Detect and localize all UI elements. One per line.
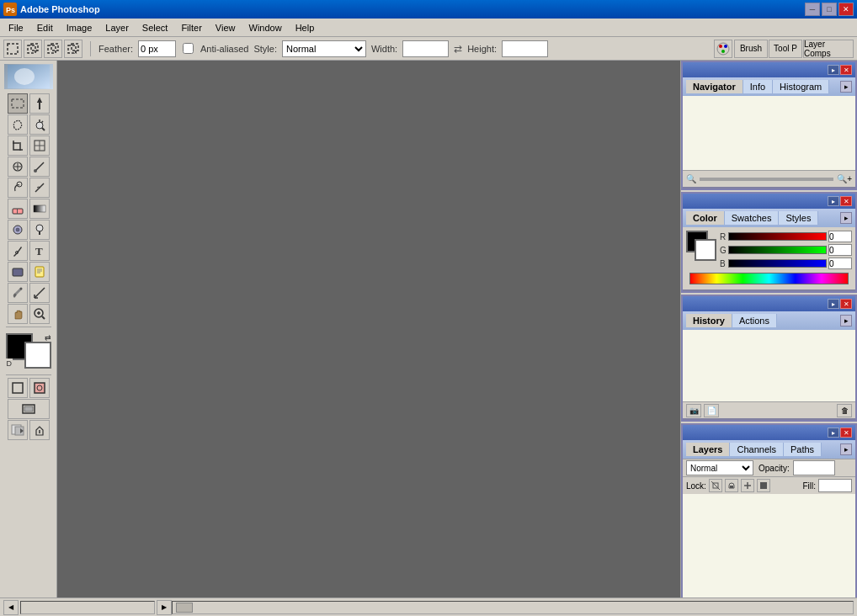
menu-file[interactable]: File [2, 21, 30, 35]
slice-tool[interactable] [29, 135, 50, 156]
swap-colors-icon[interactable]: ⇄ [45, 333, 51, 342]
intersect-selection-btn[interactable]: x [64, 40, 83, 58]
dodge-tool[interactable] [29, 220, 50, 240]
menu-filter[interactable]: Filter [174, 21, 208, 35]
history-panel-close-btn[interactable]: ✕ [840, 299, 852, 309]
standard-mode-btn[interactable] [8, 378, 28, 398]
tab-paths[interactable]: Paths [784, 443, 822, 456]
tab-history[interactable]: History [686, 314, 732, 327]
menu-layer[interactable]: Layer [98, 21, 136, 35]
swap-dimensions-icon[interactable]: ⇄ [454, 43, 462, 55]
move-tool[interactable] [29, 93, 50, 114]
delete-history-btn[interactable]: 🗑 [837, 404, 852, 417]
opacity-input[interactable] [793, 460, 835, 475]
layer-comps-tab[interactable]: Layer Comps [803, 40, 854, 58]
r-slider[interactable] [728, 232, 827, 241]
brush-tool[interactable] [29, 157, 50, 177]
tab-swatches[interactable]: Swatches [725, 211, 780, 225]
background-color[interactable] [24, 342, 51, 369]
lock-all-btn[interactable] [757, 479, 770, 492]
tab-navigator[interactable]: Navigator [686, 80, 743, 93]
palette-btn[interactable] [714, 40, 732, 58]
style-select[interactable]: Normal Fixed Aspect Ratio Fixed Size [282, 40, 366, 57]
zoom-in-icon[interactable]: 🔍+ [837, 174, 852, 183]
scroll-bar-h[interactable] [172, 601, 854, 614]
feather-input[interactable] [138, 40, 176, 57]
healing-tool[interactable] [8, 157, 28, 177]
menu-select[interactable]: Select [136, 21, 175, 35]
navigator-panel-close-btn[interactable]: ✕ [840, 65, 852, 75]
tool-presets-tab[interactable]: Tool P [769, 40, 802, 58]
color-panel-expand-btn[interactable]: ▸ [828, 196, 839, 206]
lasso-tool[interactable] [8, 114, 28, 135]
g-slider[interactable] [728, 246, 827, 254]
lock-position-btn[interactable] [741, 479, 754, 492]
brushes-tab[interactable]: Brush [734, 40, 768, 58]
blend-mode-select[interactable]: Normal [686, 460, 753, 475]
color-panel-close-btn[interactable]: ✕ [840, 196, 852, 206]
shape-tool[interactable] [8, 262, 28, 282]
zoom-tool[interactable] [29, 304, 50, 324]
blur-tool[interactable] [8, 220, 28, 240]
history-brush-tool[interactable] [29, 178, 50, 198]
menu-help[interactable]: Help [289, 21, 322, 35]
status-next-btn[interactable]: ▶ [157, 600, 172, 615]
menu-image[interactable]: Image [60, 21, 99, 35]
gradient-tool[interactable] [29, 199, 50, 219]
menu-view[interactable]: View [209, 21, 242, 35]
eraser-tool[interactable] [8, 199, 28, 219]
clone-tool[interactable] [8, 178, 28, 198]
menu-window[interactable]: Window [242, 21, 289, 35]
zoom-out-icon[interactable]: 🔍 [686, 174, 696, 183]
fill-input[interactable] [818, 479, 852, 492]
navigator-options-btn[interactable]: ▸ [840, 81, 852, 93]
layers-panel-expand-btn[interactable]: ▸ [828, 427, 839, 438]
height-input[interactable] [502, 40, 548, 57]
marquee-tool[interactable] [8, 93, 28, 114]
lock-image-btn[interactable] [725, 479, 738, 492]
lock-transparent-btn[interactable] [709, 479, 722, 492]
subtract-selection-btn[interactable]: - [44, 40, 62, 58]
color-options-btn[interactable]: ▸ [840, 212, 852, 224]
extra-btn[interactable] [29, 420, 50, 440]
history-panel-expand-btn[interactable]: ▸ [828, 299, 839, 309]
menu-edit[interactable]: Edit [30, 21, 60, 35]
notes-tool[interactable] [29, 262, 50, 282]
history-options-btn[interactable]: ▸ [840, 315, 852, 327]
layers-panel-close-btn[interactable]: ✕ [840, 427, 852, 438]
tab-info[interactable]: Info [743, 80, 773, 93]
jump-to-imageready-btn[interactable] [8, 420, 28, 440]
pen-tool[interactable] [8, 241, 28, 261]
tab-histogram[interactable]: Histogram [773, 80, 829, 93]
minimize-button[interactable]: ─ [805, 3, 820, 16]
r-value-input[interactable] [828, 231, 852, 242]
create-new-document-btn[interactable]: 📄 [704, 404, 719, 417]
tab-actions[interactable]: Actions [732, 314, 777, 327]
tab-channels[interactable]: Channels [730, 443, 783, 456]
measure-tool[interactable] [29, 283, 50, 303]
crop-tool[interactable] [8, 135, 28, 156]
screen-mode-btn[interactable] [8, 399, 50, 419]
b-slider[interactable] [728, 259, 827, 268]
tab-styles[interactable]: Styles [779, 211, 818, 225]
magic-wand-tool[interactable] [29, 114, 50, 135]
width-input[interactable] [402, 40, 449, 57]
tab-color[interactable]: Color [686, 211, 725, 225]
status-prev-btn[interactable]: ◀ [3, 600, 19, 615]
g-value-input[interactable] [828, 244, 852, 256]
bg-color-swatch[interactable] [695, 239, 716, 261]
navigator-panel-expand-btn[interactable]: ▸ [828, 65, 839, 75]
eyedropper-tool[interactable] [8, 283, 28, 303]
zoom-slider[interactable] [700, 178, 833, 181]
tab-layers[interactable]: Layers [686, 443, 730, 456]
text-tool[interactable]: T [29, 241, 50, 261]
quick-mask-btn[interactable] [29, 378, 50, 398]
b-value-input[interactable] [828, 258, 852, 269]
new-snapshot-btn[interactable]: 📷 [686, 404, 701, 417]
maximize-button[interactable]: □ [822, 3, 837, 16]
scroll-thumb-h[interactable] [176, 603, 193, 613]
default-colors-icon[interactable]: D [6, 358, 13, 369]
new-selection-btn[interactable] [3, 40, 22, 58]
layers-options-btn[interactable]: ▸ [840, 443, 852, 455]
close-button[interactable]: ✕ [838, 3, 854, 16]
